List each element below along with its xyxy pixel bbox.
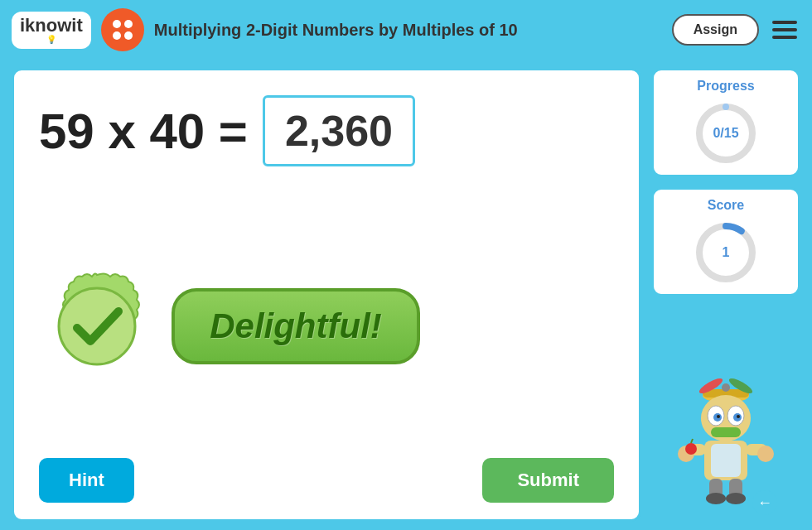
svg-point-29 [726,493,746,504]
progress-ring-container: 0/15 [693,100,759,166]
equation: 59 x 40 = 2,360 [39,95,614,166]
svg-point-9 [722,383,730,392]
score-value: 1 [723,245,730,260]
svg-rect-17 [711,427,741,437]
svg-point-16 [737,415,740,418]
dice-icon [101,8,144,51]
equation-text: 59 x 40 = [39,103,248,160]
mascot-area: ← [668,306,784,522]
main-content: 59 x 40 = 2,360 Delightful! [0,60,812,530]
svg-point-23 [685,443,697,455]
back-arrow-button[interactable]: ← [752,490,777,515]
score-label: Score [708,198,744,213]
progress-value: 0/15 [713,126,738,141]
svg-line-24 [691,439,693,443]
lesson-title: Multiplying 2-Digit Numbers by Multiples… [154,21,662,40]
answer-box: 2,360 [263,95,415,166]
progress-label: Progress [697,79,754,94]
seal-svg [39,268,155,384]
svg-point-25 [757,446,774,462]
dot-4 [124,31,133,40]
dot-3 [113,31,121,40]
score-section: Score 1 [651,187,800,296]
dice-dots [108,15,138,45]
svg-point-28 [706,493,726,504]
menu-line-3 [772,36,797,39]
submit-button[interactable]: Submit [482,458,614,503]
hint-button[interactable]: Hint [39,458,134,503]
menu-line-1 [772,21,797,24]
back-arrow-icon: ← [757,494,772,512]
header: iknowit 💡 Multiplying 2-Digit Numbers by… [0,0,812,60]
logo: iknowit 💡 [12,12,91,49]
score-ring-container: 1 [693,219,759,286]
content-area: 59 x 40 = 2,360 Delightful! [12,68,641,522]
svg-rect-19 [711,444,741,477]
bottom-bar: Hint Submit [39,445,614,503]
feedback-message: Delightful! [210,306,382,346]
dot-1 [113,20,121,28]
menu-button[interactable] [769,17,800,42]
dot-2 [124,20,133,28]
svg-point-0 [59,288,135,364]
feedback-area: Delightful! [39,208,614,445]
svg-point-15 [717,415,720,418]
menu-line-2 [772,28,797,31]
sidebar: Progress 0/15 Score 1 [651,68,800,522]
assign-button[interactable]: Assign [672,14,759,46]
seal-badge [39,268,155,384]
delightful-banner: Delightful! [172,288,420,364]
logo-bulb-icon: 💡 [46,35,56,44]
progress-section: Progress 0/15 [651,68,800,177]
logo-text: iknowit [20,17,83,35]
